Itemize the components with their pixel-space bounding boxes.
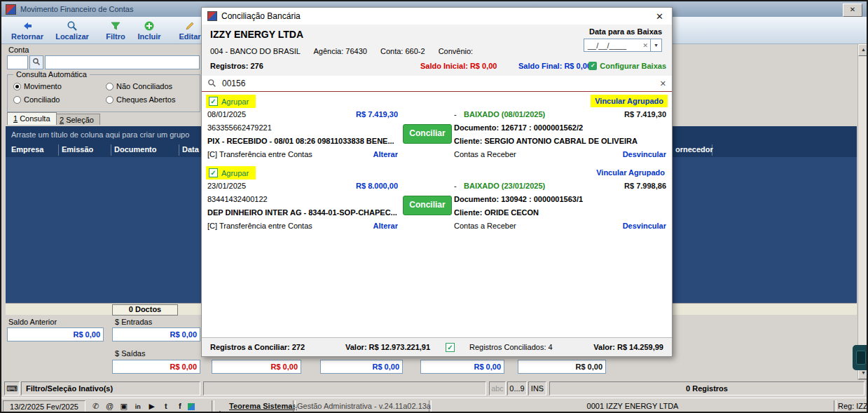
registros-conciliados: Registros Conciliados: 4 bbox=[469, 343, 553, 351]
saldo-inicial: Saldo Inicial: R$ 0,00 bbox=[420, 62, 497, 70]
scroll-up-button[interactable]: ▲ bbox=[858, 44, 868, 56]
localizar-button[interactable]: Localizar bbox=[52, 18, 92, 42]
conta-numero: Conta: 660-2 bbox=[380, 47, 425, 55]
entry-type: [C] Transferência entre Contas bbox=[207, 150, 312, 163]
valor-a-conciliar: Valor: R$ 12.973.221,91 bbox=[345, 343, 430, 351]
baixado-value: R$ 7.419,30 bbox=[624, 110, 666, 123]
ins-indicator: INS bbox=[528, 381, 546, 395]
checkbox-checked-icon: ✓ bbox=[209, 97, 218, 106]
conciliados-checkbox[interactable]: ✓ bbox=[446, 343, 455, 352]
return-arrow-icon bbox=[22, 20, 33, 32]
radio-nao-conciliados[interactable]: Não Conciliados bbox=[106, 82, 172, 90]
radio-movimento[interactable]: Movimento bbox=[13, 82, 62, 90]
chevron-up-icon: ▲ bbox=[861, 47, 866, 52]
instagram-icon[interactable]: ▣ bbox=[118, 400, 130, 412]
entry-value: R$ 8.000,00 bbox=[356, 182, 398, 195]
keyboard-icon: ⌨ bbox=[6, 384, 18, 393]
close-icon: ✕ bbox=[850, 6, 855, 13]
vincular-agrupado-link[interactable]: Vincular Agrupado bbox=[593, 168, 668, 177]
conta-label: Conta bbox=[8, 46, 29, 54]
tab-selecao[interactable]: 2Seleção bbox=[53, 114, 100, 125]
phone-icon[interactable]: ✆ bbox=[90, 400, 102, 412]
agrupar-checkbox[interactable]: ✓ Agrupar bbox=[206, 166, 256, 180]
social-icons: ✆ @ ▣ in ▶ t f bbox=[90, 400, 195, 412]
column-data[interactable]: Data bbox=[182, 145, 199, 154]
facebook-icon[interactable]: f bbox=[174, 400, 186, 412]
vertical-scrollbar[interactable]: ▲ ▼ bbox=[857, 43, 868, 380]
saidas-value: R$ 0,00 bbox=[112, 360, 200, 374]
dialog-title: Conciliação Bancária bbox=[221, 11, 301, 21]
dash: - bbox=[454, 110, 464, 123]
desvincular-link[interactable]: Desvincular bbox=[623, 150, 666, 163]
twitter-icon[interactable]: t bbox=[160, 400, 172, 412]
desvincular-link[interactable]: Desvincular bbox=[623, 222, 666, 235]
consulta-automatica-group: Consulta Automática Movimento Conciliado… bbox=[7, 74, 200, 112]
vincular-agrupado-link[interactable]: Vincular Agrupado bbox=[591, 95, 668, 107]
floating-widget-button[interactable] bbox=[853, 345, 868, 370]
search-input[interactable] bbox=[221, 78, 656, 89]
records-count: 0 Registros bbox=[549, 381, 864, 395]
plus-icon bbox=[144, 20, 155, 32]
tab-consulta[interactable]: 1Consulta bbox=[7, 112, 57, 125]
entry-type: [C] Transferência entre Contas bbox=[207, 222, 312, 235]
column-empresa[interactable]: Empresa bbox=[11, 145, 43, 154]
at-icon[interactable]: @ bbox=[104, 400, 116, 412]
search-icon bbox=[32, 57, 41, 67]
dialog-close-button[interactable]: ✕ bbox=[653, 11, 666, 22]
linkedin-icon[interactable]: in bbox=[132, 401, 144, 412]
dialog-search-row: ✕ bbox=[202, 76, 672, 92]
total-field-3: R$ 0,00 bbox=[420, 360, 504, 374]
numlock-indicator: 0...9 bbox=[507, 381, 527, 395]
total-field-2: R$ 0,00 bbox=[320, 360, 403, 374]
status-bar: 13/2/2025 Fev/2025 ✆ @ ▣ in ▶ t f Teorem… bbox=[1, 398, 867, 413]
entry-value: R$ 7.419,30 bbox=[356, 110, 398, 123]
dialog-title-bar: Conciliação Bancária ✕ bbox=[202, 8, 672, 25]
clear-date-icon[interactable]: ✕ bbox=[640, 42, 650, 49]
system-entry-block: -BAIXADO (08/01/2025)R$ 7.419,30 Documen… bbox=[454, 110, 666, 163]
brand-link[interactable]: Teorema Sistemas bbox=[229, 402, 296, 410]
column-emissao[interactable]: Emissão bbox=[62, 145, 93, 154]
reconciliation-row: ✓ Agrupar Vincular Agrupado 08/01/2025R$… bbox=[202, 93, 672, 163]
conciliacao-bancaria-dialog: Conciliação Bancária ✕ IZZY ENERGY LTDA … bbox=[201, 7, 673, 357]
agrupar-checkbox[interactable]: ✓ Agrupar bbox=[206, 95, 256, 108]
column-documento[interactable]: Documento bbox=[114, 145, 157, 154]
alterar-link[interactable]: Alterar bbox=[373, 222, 398, 235]
baixado-status: BAIXADO (23/01/2025) bbox=[464, 182, 545, 195]
pencil-icon bbox=[184, 20, 195, 32]
funnel-icon bbox=[110, 20, 121, 32]
app-icon bbox=[6, 4, 16, 15]
entry-description: PIX - RECEBIDO - 08/01 08:26 09811033838… bbox=[207, 137, 394, 150]
saidas-label: $ Saídas bbox=[115, 349, 145, 358]
configurar-baixas-link[interactable]: ✓ Configurar Baixas bbox=[588, 62, 666, 70]
bank-account-line: 004 - BANCO DO BRASIL Agência: 76430 Con… bbox=[210, 47, 484, 55]
pin-icon[interactable] bbox=[188, 403, 195, 410]
saldo-anterior-value: R$ 0,00 bbox=[7, 327, 104, 341]
baixas-date-combo[interactable]: __/__/____ ✕ ▾ bbox=[584, 39, 662, 52]
bank-entry-block: 08/01/2025R$ 7.419,30 363355662479221 PI… bbox=[207, 110, 398, 163]
total-field-1: R$ 0,00 bbox=[212, 360, 301, 374]
window-title: Movimento Financeiro de Contas bbox=[20, 5, 133, 13]
incluir-button[interactable]: Incluir bbox=[129, 18, 170, 42]
conta-code-input[interactable] bbox=[7, 55, 28, 69]
conciliar-button[interactable]: Conciliar bbox=[403, 196, 452, 215]
alterar-link[interactable]: Alterar bbox=[373, 150, 398, 163]
retornar-button[interactable]: Retornar bbox=[7, 18, 48, 42]
entradas-value: R$ 0,00 bbox=[112, 327, 200, 341]
youtube-icon[interactable]: ▶ bbox=[146, 400, 158, 412]
entry-ref: 363355662479221 bbox=[207, 123, 272, 137]
conta-description-input[interactable] bbox=[45, 55, 200, 69]
cliente-name: Cliente: ORIDE CECON bbox=[454, 208, 539, 222]
window-close-button[interactable]: ✕ bbox=[843, 4, 862, 17]
conciliar-button[interactable]: Conciliar bbox=[403, 124, 452, 144]
radio-cheques-abertos[interactable]: Cheques Abertos bbox=[106, 95, 175, 104]
application-window: Movimento Financeiro de Contas ✕ Retorna… bbox=[0, 0, 868, 413]
chevron-down-icon[interactable]: ▾ bbox=[650, 39, 661, 51]
radio-conciliado[interactable]: Conciliado bbox=[13, 95, 60, 104]
column-fornecedor-partial[interactable]: ornecedor bbox=[675, 145, 713, 154]
status-date: 13/2/2025 Fev/2025 bbox=[3, 400, 85, 412]
teorema-logo-icon bbox=[216, 401, 224, 412]
conta-search-button[interactable] bbox=[29, 55, 43, 69]
clear-search-icon[interactable]: ✕ bbox=[660, 79, 666, 88]
valor-conciliados: Valor: R$ 14.259,99 bbox=[593, 343, 663, 351]
saldo-final: Saldo Final: R$ 0,00 bbox=[518, 62, 591, 70]
